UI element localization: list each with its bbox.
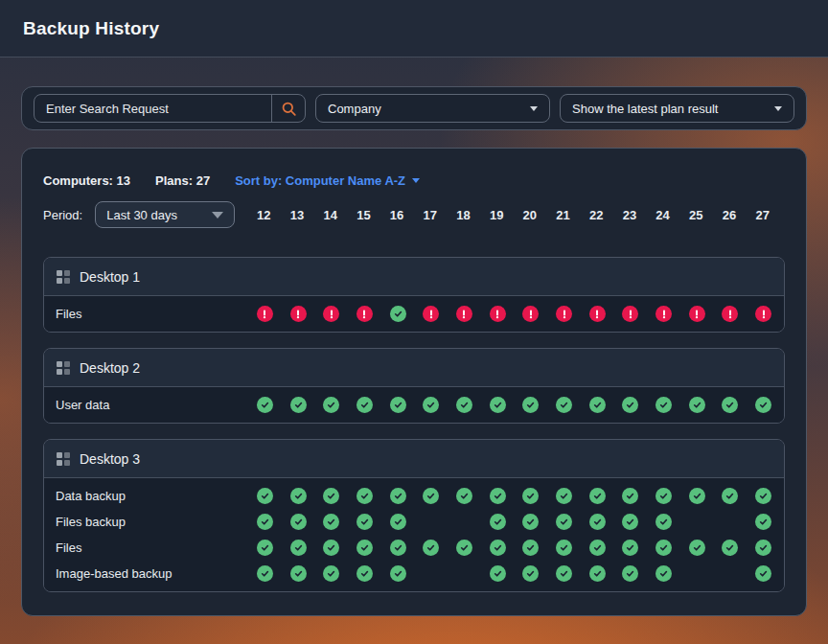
status-ok-icon[interactable] (556, 565, 572, 582)
status-ok-icon[interactable] (323, 488, 339, 504)
status-cell (314, 540, 348, 556)
status-error-icon[interactable] (356, 306, 373, 322)
status-ok-icon[interactable] (390, 565, 406, 582)
status-ok-icon[interactable] (323, 540, 339, 556)
status-ok-icon[interactable] (622, 397, 638, 413)
status-ok-icon[interactable] (689, 540, 705, 556)
status-ok-icon[interactable] (356, 540, 373, 556)
sort-by-control[interactable]: Sort by: Computer Name A-Z (235, 173, 420, 188)
status-ok-icon[interactable] (722, 540, 738, 556)
computer-icon (57, 361, 70, 375)
status-ok-icon[interactable] (755, 540, 771, 556)
status-ok-icon[interactable] (522, 540, 539, 556)
status-ok-icon[interactable] (556, 397, 572, 413)
status-error-icon[interactable] (722, 306, 738, 322)
status-cell (714, 306, 748, 322)
status-ok-icon[interactable] (556, 514, 572, 530)
status-ok-icon[interactable] (490, 514, 506, 530)
status-ok-icon[interactable] (622, 540, 638, 556)
status-ok-icon[interactable] (456, 540, 472, 556)
company-filter-select[interactable]: Company (315, 94, 550, 123)
status-cell (515, 397, 548, 413)
status-ok-icon[interactable] (290, 397, 307, 413)
status-ok-icon[interactable] (423, 540, 439, 556)
status-ok-icon[interactable] (522, 565, 539, 582)
status-ok-icon[interactable] (622, 488, 638, 504)
status-ok-icon[interactable] (390, 397, 406, 413)
status-ok-icon[interactable] (722, 397, 738, 413)
status-ok-icon[interactable] (257, 397, 273, 413)
status-ok-icon[interactable] (290, 488, 307, 504)
period-select[interactable]: Last 30 days (95, 201, 235, 228)
status-ok-icon[interactable] (290, 565, 307, 582)
status-error-icon[interactable] (257, 306, 273, 322)
status-error-icon[interactable] (490, 306, 506, 322)
status-ok-icon[interactable] (390, 488, 406, 504)
search-input[interactable] (34, 95, 271, 122)
status-ok-icon[interactable] (257, 565, 273, 582)
status-ok-icon[interactable] (490, 565, 506, 582)
status-error-icon[interactable] (522, 306, 539, 322)
status-error-icon[interactable] (323, 306, 339, 322)
status-ok-icon[interactable] (522, 514, 539, 530)
status-ok-icon[interactable] (423, 488, 439, 504)
plan-result-filter-select[interactable]: Show the latest plan result (560, 94, 794, 123)
status-error-icon[interactable] (689, 306, 705, 322)
status-ok-icon[interactable] (689, 397, 705, 413)
status-ok-icon[interactable] (589, 488, 606, 504)
status-ok-icon[interactable] (755, 488, 771, 504)
status-ok-icon[interactable] (755, 565, 771, 582)
search-button[interactable] (271, 95, 305, 122)
status-ok-icon[interactable] (689, 488, 705, 504)
status-ok-icon[interactable] (755, 397, 771, 413)
status-ok-icon[interactable] (490, 397, 506, 413)
status-cell (448, 488, 481, 504)
status-ok-icon[interactable] (656, 565, 672, 582)
status-ok-icon[interactable] (257, 540, 273, 556)
status-ok-icon[interactable] (622, 514, 638, 530)
status-error-icon[interactable] (556, 306, 572, 322)
status-error-icon[interactable] (589, 306, 606, 322)
status-ok-icon[interactable] (456, 397, 472, 413)
status-ok-icon[interactable] (556, 540, 572, 556)
status-ok-icon[interactable] (456, 488, 472, 504)
status-ok-icon[interactable] (323, 514, 339, 530)
status-ok-icon[interactable] (589, 565, 606, 582)
status-ok-icon[interactable] (356, 488, 373, 504)
status-ok-icon[interactable] (556, 488, 572, 504)
status-ok-icon[interactable] (423, 397, 439, 413)
status-ok-icon[interactable] (390, 540, 406, 556)
status-ok-icon[interactable] (589, 540, 606, 556)
status-ok-icon[interactable] (390, 514, 406, 530)
status-ok-icon[interactable] (290, 540, 307, 556)
status-ok-icon[interactable] (356, 397, 373, 413)
status-ok-icon[interactable] (257, 488, 273, 504)
status-ok-icon[interactable] (622, 565, 638, 582)
status-ok-icon[interactable] (323, 397, 339, 413)
status-error-icon[interactable] (755, 306, 771, 322)
status-error-icon[interactable] (423, 306, 439, 322)
status-ok-icon[interactable] (356, 565, 373, 582)
status-ok-icon[interactable] (755, 514, 771, 530)
status-ok-icon[interactable] (490, 540, 506, 556)
status-ok-icon[interactable] (356, 514, 373, 530)
status-cell (348, 565, 381, 582)
status-ok-icon[interactable] (390, 306, 406, 322)
status-error-icon[interactable] (290, 306, 307, 322)
status-ok-icon[interactable] (490, 488, 506, 504)
status-ok-icon[interactable] (323, 565, 339, 582)
status-ok-icon[interactable] (656, 397, 672, 413)
status-ok-icon[interactable] (656, 488, 672, 504)
status-ok-icon[interactable] (290, 514, 307, 530)
status-ok-icon[interactable] (522, 397, 539, 413)
status-ok-icon[interactable] (257, 514, 273, 530)
status-ok-icon[interactable] (722, 488, 738, 504)
status-error-icon[interactable] (456, 306, 472, 322)
status-error-icon[interactable] (656, 306, 672, 322)
status-ok-icon[interactable] (656, 514, 672, 530)
status-ok-icon[interactable] (589, 514, 606, 530)
status-ok-icon[interactable] (589, 397, 606, 413)
status-ok-icon[interactable] (656, 540, 672, 556)
status-ok-icon[interactable] (522, 488, 539, 504)
status-error-icon[interactable] (622, 306, 638, 322)
